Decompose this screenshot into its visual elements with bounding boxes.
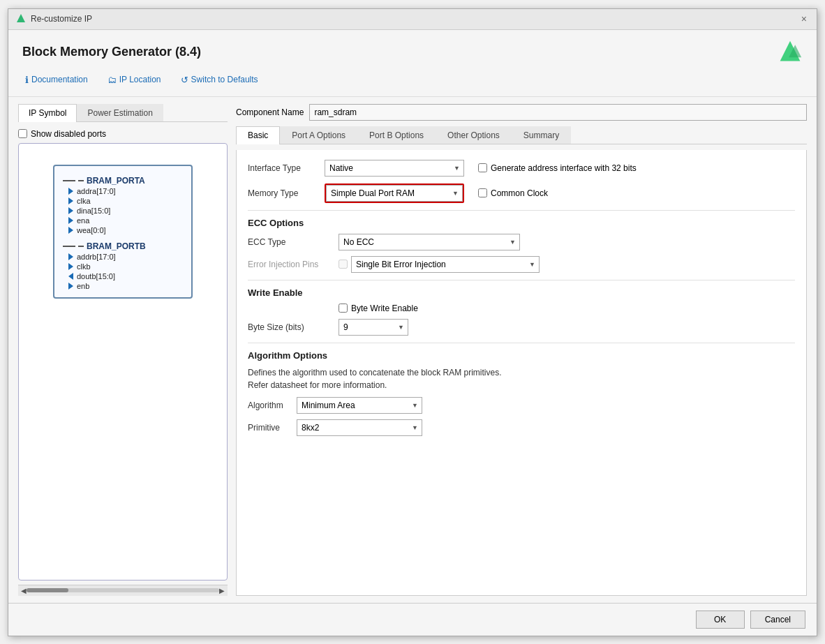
ecc-section-title: ECC Options [248,218,795,228]
tab-port-a-options[interactable]: Port A Options [280,126,357,144]
scrollbar-thumb [27,588,68,592]
interface-type-select[interactable]: Native AXI4 [325,160,464,177]
documentation-button[interactable]: ℹ Documentation [22,73,91,87]
symbol-area: BRAM_PORTA addra[17:0] clka dina[15:0] [18,143,228,581]
dialog-header: Block Memory Generator (8.4) ℹ Documenta… [8,30,817,97]
info-icon: ℹ [25,75,29,85]
error-injection-row: Error Injection Pins Single Bit Error In… [248,256,795,273]
component-name-row: Component Name [236,104,807,121]
port-clkb: clkb [68,262,183,271]
algorithm-select[interactable]: Minimum Area Low Power Fixed Primitives [297,397,422,414]
port-addra: addra[17:0] [68,187,183,195]
port-group-a-line2 [78,180,84,181]
generate-address-row: Generate address interface with 32 bits [478,163,637,173]
cancel-button[interactable]: Cancel [750,611,805,629]
title-bar: Re-customize IP × [8,9,817,30]
error-injection-label: Error Injection Pins [248,260,339,269]
tab-content-basic: Interface Type Native AXI4 Generate addr… [236,150,807,596]
port-dina: dina[15:0] [68,207,183,215]
scrollbar-area: ◀ ▶ [18,585,228,596]
port-group-a-name: BRAM_PORTA [87,176,145,186]
memory-type-select[interactable]: Single Port RAM Simple Dual Port RAM Tru… [326,185,463,202]
dialog-footer: OK Cancel [8,603,817,636]
common-clock-label: Common Clock [491,188,548,198]
scrollbar-track[interactable] [27,588,219,592]
panel-tabs: IP Symbol Power Estimation [18,104,228,122]
port-group-b-line [63,246,75,247]
svg-marker-0 [17,14,25,22]
title-bar-left: Re-customize IP [15,13,92,24]
dialog-body: IP Symbol Power Estimation Show disabled… [8,97,817,603]
app-icon [15,13,27,24]
port-group-b-line2 [78,246,84,247]
ecc-type-select[interactable]: No ECC Hamming Code ECC SECDED ECC [339,234,520,250]
tab-port-b-options[interactable]: Port B Options [357,126,436,144]
show-ports-label: Show disabled ports [31,129,106,139]
primitive-select[interactable]: 8kx2 16kx1 32kx1 [297,419,422,436]
main-dialog: Re-customize IP × Block Memory Generator… [8,8,817,636]
show-disabled-ports-checkbox[interactable] [18,129,27,138]
divider-2 [248,280,795,280]
right-panel: Component Name Basic Port A Options Port… [236,104,807,596]
port-arrow-ena [68,217,73,224]
port-arrow-clka [68,197,73,204]
ecc-type-select-wrapper: No ECC Hamming Code ECC SECDED ECC [339,234,520,250]
ip-location-button[interactable]: 🗂 IP Location [105,73,164,87]
algorithm-label: Algorithm [248,400,297,410]
algorithm-row: Algorithm Minimum Area Low Power Fixed P… [248,397,795,414]
port-ena: ena [68,216,183,225]
port-arrow-dina [68,207,73,214]
port-addrb: addrb[17:0] [68,253,183,261]
tab-summary[interactable]: Summary [512,126,571,144]
interface-type-row: Interface Type Native AXI4 Generate addr… [248,160,795,177]
left-panel: IP Symbol Power Estimation Show disabled… [18,104,228,596]
byte-size-row: Byte Size (bits) 8 9 [248,319,795,336]
component-name-label: Component Name [236,107,304,117]
port-clka: clka [68,197,183,205]
port-arrow-clkb [68,263,73,270]
port-enb: enb [68,282,183,290]
algo-desc-1: Defines the algorithm used to concatenat… [248,366,795,391]
byte-write-enable-label: Byte Write Enable [351,304,418,313]
port-group-b-header: BRAM_PORTB [63,241,183,251]
main-tab-bar: Basic Port A Options Port B Options Othe… [236,126,807,144]
tab-basic[interactable]: Basic [236,126,280,144]
scroll-right-arrow[interactable]: ▶ [219,587,225,594]
primitive-label: Primitive [248,423,297,433]
byte-size-select-wrapper: 8 9 [339,319,408,336]
port-group-a-line [63,180,75,181]
algorithm-select-wrapper: Minimum Area Low Power Fixed Primitives [297,397,422,414]
primitive-row: Primitive 8kx2 16kx1 32kx1 [248,419,795,436]
byte-size-label: Byte Size (bits) [248,322,339,332]
generate-address-checkbox[interactable] [478,163,487,172]
memory-type-label: Memory Type [248,188,325,198]
tab-other-options[interactable]: Other Options [436,126,512,144]
port-group-a-header: BRAM_PORTA [63,176,183,186]
port-arrow-doutb [68,273,73,280]
component-name-input[interactable] [309,104,807,121]
port-arrow-wea [68,227,73,234]
byte-size-select[interactable]: 8 9 [339,319,408,336]
error-injection-select[interactable]: Single Bit Error Injection Double Bit Er… [351,256,540,273]
tab-power-estimation[interactable]: Power Estimation [77,104,163,121]
switch-defaults-button[interactable]: ↺ Switch to Defaults [178,73,261,87]
byte-write-enable-checkbox[interactable] [339,304,348,313]
tab-ip-symbol[interactable]: IP Symbol [18,104,77,122]
scroll-left-arrow[interactable]: ◀ [21,587,27,594]
error-injection-checkbox[interactable] [339,260,348,269]
ecc-type-row: ECC Type No ECC Hamming Code ECC SECDED … [248,234,795,250]
close-button[interactable]: × [798,14,810,24]
show-ports-row: Show disabled ports [18,129,228,139]
title-bar-text: Re-customize IP [31,14,92,24]
common-clock-checkbox[interactable] [478,188,487,197]
refresh-icon: ↺ [181,75,188,85]
toolbar: ℹ Documentation 🗂 IP Location ↺ Switch t… [22,70,803,89]
dialog-title-text: Block Memory Generator (8.4) [22,45,201,59]
memory-type-row: Memory Type Single Port RAM Simple Dual … [248,184,795,203]
ok-button[interactable]: OK [696,611,745,629]
memory-type-select-wrapper: Single Port RAM Simple Dual Port RAM Tru… [325,184,464,203]
port-group-b-name: BRAM_PORTB [87,241,146,251]
generate-address-label: Generate address interface with 32 bits [491,163,637,173]
symbol-box: BRAM_PORTA addra[17:0] clka dina[15:0] [53,165,193,299]
folder-icon: 🗂 [107,75,117,85]
